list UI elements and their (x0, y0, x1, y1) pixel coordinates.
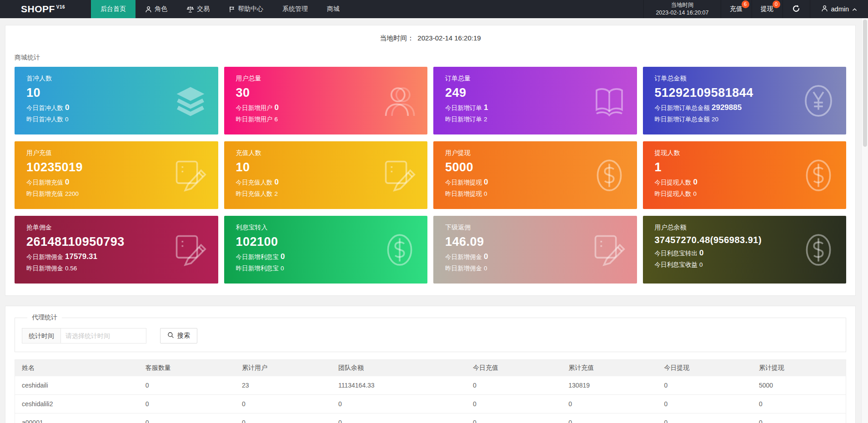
app-logo-text: SHOPF (21, 4, 55, 15)
nav-tab-help[interactable]: 帮助中心 (219, 0, 273, 18)
navbar-right: 当地时间 2023-02-14 16:20:07 充值 6 提现 0 admin (643, 0, 868, 18)
agent-value-cell: 0 (562, 395, 657, 413)
stat-card-title: 订单总金额 (655, 75, 835, 83)
agent-table: 姓名客服数量累计用户团队余额今日充值累计充值今日提现累计提现 ceshidail… (15, 359, 846, 423)
user-menu[interactable]: admin (810, 0, 868, 18)
agent-value-cell: 0 (331, 395, 466, 413)
mall-stats-panel: 当地时间：2023-02-14 16:20:19 商城统计 首冲人数10今日首冲… (5, 25, 856, 296)
stat-card-title: 用户总余额 (655, 224, 835, 232)
nav-tab-label: 交易 (197, 5, 210, 13)
agent-value-cell: 0 (752, 395, 846, 413)
search-button[interactable]: 搜索 (160, 328, 197, 343)
nav-tab-label: 商城 (327, 5, 340, 13)
agent-value-cell: 0 (331, 413, 466, 423)
agent-value-cell: 0 (466, 395, 562, 413)
scales-icon (186, 6, 194, 13)
agent-filter-row: 统计时间 搜索 (22, 328, 839, 343)
dollar-circle-icon (801, 232, 836, 268)
agent-value-cell: 0 (657, 395, 752, 413)
nav-tab-roles[interactable]: 角色 (135, 0, 177, 18)
search-label: 搜索 (177, 332, 190, 340)
stat-card-title: 利息宝转入 (236, 224, 416, 232)
stat-card: 利息宝转入102100今日新增利息宝0昨日新增利息宝0 (224, 216, 428, 284)
page-time-label: 当地时间： (380, 34, 414, 42)
section-title-mall-stats: 商城统计 (15, 54, 846, 62)
agent-value-cell: 0 (657, 413, 752, 423)
agent-table-header: 今日充值 (466, 360, 562, 377)
page-local-time: 当地时间：2023-02-14 16:20:19 (15, 34, 846, 43)
nav-tab-trade[interactable]: 交易 (177, 0, 219, 18)
app-logo-version: V16 (56, 5, 65, 10)
stat-card: 首冲人数10今日首冲人数0昨日首冲人数0 (15, 67, 218, 134)
agent-stats-legend: 代理统计 (27, 314, 62, 322)
agent-table-header: 姓名 (15, 360, 139, 377)
agent-value-cell: 0 (235, 413, 331, 423)
agent-value-cell: 0 (466, 376, 562, 395)
page-body: 当地时间：2023-02-14 16:20:19 商城统计 首冲人数10今日首冲… (0, 25, 868, 423)
page-scrollbar[interactable] (861, 18, 868, 423)
agent-name-cell: ceshidalili2 (15, 395, 139, 413)
agent-table-row: ceshidaili02311134164.33013081905000 (15, 376, 846, 395)
nav-tab-mall[interactable]: 商城 (317, 0, 349, 18)
nav-tab-system[interactable]: 系统管理 (273, 0, 317, 18)
agent-value-cell: 0 (562, 413, 657, 423)
recharge-badge: 6 (742, 0, 749, 8)
agent-table-header: 团队余额 (331, 360, 466, 377)
stat-card-title: 订单总量 (445, 75, 625, 83)
navbar-local-time: 当地时间 2023-02-14 16:20:07 (643, 0, 721, 18)
note-pencil-icon (592, 232, 627, 268)
agent-value-cell: 0 (752, 413, 846, 423)
withdraw-button[interactable]: 提现 0 (752, 0, 783, 18)
stat-card: 下级返佣146.09今日新增佣金0昨日新增佣金0 (433, 216, 637, 284)
agent-value-cell: 0 (139, 395, 235, 413)
local-time-label: 当地时间 (656, 1, 708, 9)
person-icon (145, 6, 152, 13)
agent-value-cell: 0 (235, 395, 331, 413)
agent-value-cell: 0 (657, 376, 752, 395)
stat-card: 抢单佣金26148110950793今日新增佣金17579.31昨日新增佣金0.… (15, 216, 218, 284)
dollar-circle-icon (592, 158, 627, 193)
agent-value-cell: 0 (466, 413, 562, 423)
user-name: admin (831, 5, 849, 13)
nav-tab-label: 帮助中心 (238, 5, 263, 13)
nav-tab-label: 角色 (155, 5, 167, 13)
agent-table-header: 累计提现 (752, 360, 846, 377)
agent-stats-fieldset: 代理统计 统计时间 搜索 (15, 314, 846, 352)
stat-cards-grid: 首冲人数10今日首冲人数0昨日首冲人数0用户总量30今日新增用户0昨日新增用户6… (15, 67, 846, 284)
user-icon (821, 5, 828, 13)
stat-card-title: 下级返佣 (445, 224, 625, 232)
layers-icon (173, 83, 208, 119)
agent-table-header: 累计用户 (235, 360, 331, 377)
recharge-label: 充值 (730, 5, 743, 13)
agent-value-cell: 23 (235, 376, 331, 395)
book-icon (592, 83, 627, 119)
agent-value-cell: 130819 (562, 376, 657, 395)
agent-table-header: 客服数量 (139, 360, 235, 377)
stat-card: 充值人数10今日充值人数0昨日充值人数2 (224, 141, 428, 209)
agent-table-header-row: 姓名客服数量累计用户团队余额今日充值累计充值今日提现累计提现 (15, 360, 846, 377)
stat-card-title: 用户提现 (445, 149, 625, 157)
stat-time-input[interactable] (61, 328, 146, 343)
local-time-value: 2023-02-14 16:20:07 (656, 9, 708, 17)
agent-name-cell: ceshidaili (15, 376, 139, 395)
scrollbar-thumb[interactable] (863, 20, 867, 147)
agent-value-cell: 5000 (752, 376, 846, 395)
dollar-circle-icon (382, 232, 417, 268)
agent-value-cell: 11134164.33 (331, 376, 466, 395)
stat-card: 提现人数1今日提现人数0昨日提现人数0 (643, 141, 847, 209)
flag-icon (229, 6, 235, 13)
agent-value-cell: 0 (139, 413, 235, 423)
withdraw-label: 提现 (761, 5, 773, 13)
agent-stats-panel: 代理统计 统计时间 搜索 姓名客服数量累计用户团队余额今日充值累计充值今日提现累… (5, 306, 856, 423)
stat-card: 用户充值10235019今日新增充值0昨日新增充值2200 (15, 141, 218, 209)
note-pencil-icon (173, 158, 208, 193)
recharge-button[interactable]: 充值 6 (721, 0, 752, 18)
nav-tab-home[interactable]: 后台首页 (91, 0, 135, 18)
agent-table-row: a000010000000 (15, 413, 846, 423)
refresh-button[interactable] (783, 0, 810, 18)
dollar-circle-icon (801, 158, 836, 193)
main-menu: 后台首页角色交易帮助中心系统管理商城 (91, 0, 349, 18)
stat-card: 用户提现5000今日新增提现0昨日新增提现0 (433, 141, 637, 209)
yen-circle-icon (801, 83, 836, 119)
nav-tab-label: 系统管理 (282, 5, 308, 13)
